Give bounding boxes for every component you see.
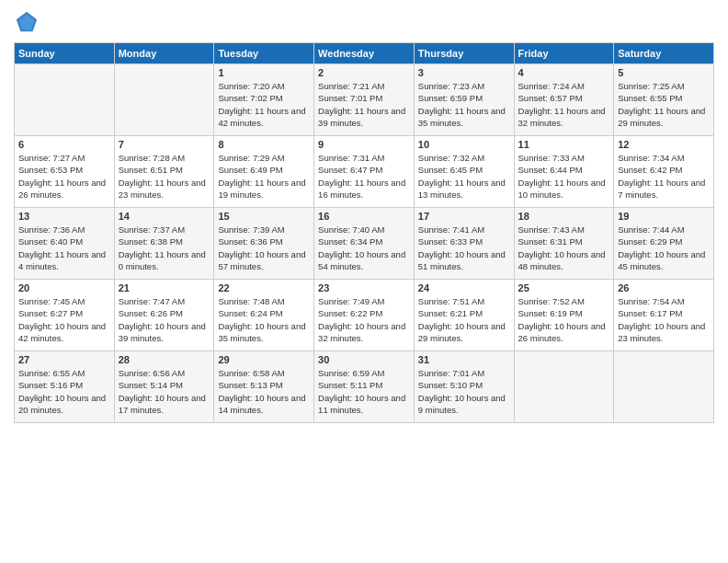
day-number: 22 bbox=[218, 282, 310, 293]
day-cell bbox=[114, 64, 214, 136]
day-number: 8 bbox=[218, 139, 310, 150]
day-cell: 8Sunrise: 7:29 AM Sunset: 6:49 PM Daylig… bbox=[214, 136, 314, 208]
day-info: Sunrise: 7:37 AM Sunset: 6:38 PM Dayligh… bbox=[119, 224, 210, 272]
day-info: Sunrise: 6:59 AM Sunset: 5:11 PM Dayligh… bbox=[318, 367, 410, 416]
day-cell: 16Sunrise: 7:40 AM Sunset: 6:34 PM Dayli… bbox=[314, 208, 415, 280]
day-number: 18 bbox=[518, 211, 610, 222]
day-info: Sunrise: 7:54 AM Sunset: 6:17 PM Dayligh… bbox=[618, 295, 710, 344]
day-info: Sunrise: 7:51 AM Sunset: 6:21 PM Dayligh… bbox=[418, 295, 510, 344]
day-info: Sunrise: 7:20 AM Sunset: 7:02 PM Dayligh… bbox=[218, 80, 310, 129]
day-cell: 3Sunrise: 7:23 AM Sunset: 6:59 PM Daylig… bbox=[414, 64, 514, 136]
day-info: Sunrise: 7:21 AM Sunset: 7:01 PM Dayligh… bbox=[318, 80, 410, 129]
day-header-monday: Monday bbox=[114, 43, 214, 64]
day-number: 29 bbox=[218, 354, 310, 365]
day-info: Sunrise: 7:40 AM Sunset: 6:34 PM Dayligh… bbox=[318, 224, 410, 272]
day-info: Sunrise: 7:36 AM Sunset: 6:40 PM Dayligh… bbox=[18, 224, 110, 272]
day-cell bbox=[614, 351, 714, 423]
day-cell: 27Sunrise: 6:55 AM Sunset: 5:16 PM Dayli… bbox=[15, 351, 115, 423]
page: SundayMondayTuesdayWednesdayThursdayFrid… bbox=[0, 0, 728, 563]
week-row-5: 27Sunrise: 6:55 AM Sunset: 5:16 PM Dayli… bbox=[15, 351, 714, 423]
day-header-saturday: Saturday bbox=[614, 43, 714, 64]
day-info: Sunrise: 7:44 AM Sunset: 6:29 PM Dayligh… bbox=[618, 224, 710, 272]
day-info: Sunrise: 7:28 AM Sunset: 6:51 PM Dayligh… bbox=[119, 152, 210, 201]
day-cell: 29Sunrise: 6:58 AM Sunset: 5:13 PM Dayli… bbox=[214, 351, 314, 423]
day-header-sunday: Sunday bbox=[15, 43, 115, 64]
week-row-2: 6Sunrise: 7:27 AM Sunset: 6:53 PM Daylig… bbox=[15, 136, 714, 208]
day-cell: 24Sunrise: 7:51 AM Sunset: 6:21 PM Dayli… bbox=[414, 280, 514, 351]
day-info: Sunrise: 7:24 AM Sunset: 6:57 PM Dayligh… bbox=[518, 80, 610, 129]
day-number: 1 bbox=[218, 67, 310, 78]
day-number: 27 bbox=[18, 354, 110, 365]
day-cell: 23Sunrise: 7:49 AM Sunset: 6:22 PM Dayli… bbox=[314, 280, 415, 351]
day-cell: 7Sunrise: 7:28 AM Sunset: 6:51 PM Daylig… bbox=[114, 136, 214, 208]
day-number: 21 bbox=[119, 282, 210, 293]
day-info: Sunrise: 7:49 AM Sunset: 6:22 PM Dayligh… bbox=[318, 295, 410, 344]
day-cell: 11Sunrise: 7:33 AM Sunset: 6:44 PM Dayli… bbox=[514, 136, 614, 208]
day-cell: 14Sunrise: 7:37 AM Sunset: 6:38 PM Dayli… bbox=[114, 208, 214, 280]
day-number: 23 bbox=[318, 282, 410, 293]
day-cell: 6Sunrise: 7:27 AM Sunset: 6:53 PM Daylig… bbox=[15, 136, 115, 208]
day-header-thursday: Thursday bbox=[414, 43, 514, 64]
day-info: Sunrise: 7:27 AM Sunset: 6:53 PM Dayligh… bbox=[18, 152, 110, 201]
day-number: 20 bbox=[18, 282, 110, 293]
day-number: 25 bbox=[518, 282, 610, 293]
week-row-3: 13Sunrise: 7:36 AM Sunset: 6:40 PM Dayli… bbox=[15, 208, 714, 280]
day-number: 16 bbox=[318, 211, 410, 222]
day-info: Sunrise: 7:32 AM Sunset: 6:45 PM Dayligh… bbox=[418, 152, 510, 201]
day-info: Sunrise: 7:43 AM Sunset: 6:31 PM Dayligh… bbox=[518, 224, 610, 272]
day-cell: 1Sunrise: 7:20 AM Sunset: 7:02 PM Daylig… bbox=[214, 64, 314, 136]
day-cell: 28Sunrise: 6:56 AM Sunset: 5:14 PM Dayli… bbox=[114, 351, 214, 423]
day-number: 17 bbox=[418, 211, 510, 222]
day-info: Sunrise: 7:29 AM Sunset: 6:49 PM Dayligh… bbox=[218, 152, 310, 201]
day-number: 14 bbox=[119, 211, 210, 222]
day-info: Sunrise: 6:55 AM Sunset: 5:16 PM Dayligh… bbox=[18, 367, 110, 416]
day-cell: 22Sunrise: 7:48 AM Sunset: 6:24 PM Dayli… bbox=[214, 280, 314, 351]
day-info: Sunrise: 7:01 AM Sunset: 5:10 PM Dayligh… bbox=[418, 367, 510, 416]
day-cell: 13Sunrise: 7:36 AM Sunset: 6:40 PM Dayli… bbox=[15, 208, 115, 280]
day-header-friday: Friday bbox=[514, 43, 614, 64]
day-cell: 26Sunrise: 7:54 AM Sunset: 6:17 PM Dayli… bbox=[614, 280, 714, 351]
day-number: 9 bbox=[318, 139, 410, 150]
day-info: Sunrise: 6:58 AM Sunset: 5:13 PM Dayligh… bbox=[218, 367, 310, 416]
day-cell: 2Sunrise: 7:21 AM Sunset: 7:01 PM Daylig… bbox=[314, 64, 415, 136]
day-number: 24 bbox=[418, 282, 510, 293]
day-cell: 5Sunrise: 7:25 AM Sunset: 6:55 PM Daylig… bbox=[614, 64, 714, 136]
day-header-tuesday: Tuesday bbox=[214, 43, 314, 64]
day-cell: 20Sunrise: 7:45 AM Sunset: 6:27 PM Dayli… bbox=[15, 280, 115, 351]
day-info: Sunrise: 7:47 AM Sunset: 6:26 PM Dayligh… bbox=[119, 295, 210, 344]
day-info: Sunrise: 7:31 AM Sunset: 6:47 PM Dayligh… bbox=[318, 152, 410, 201]
day-cell: 18Sunrise: 7:43 AM Sunset: 6:31 PM Dayli… bbox=[514, 208, 614, 280]
logo bbox=[14, 9, 43, 35]
day-number: 26 bbox=[618, 282, 710, 293]
day-info: Sunrise: 6:56 AM Sunset: 5:14 PM Dayligh… bbox=[119, 367, 210, 416]
day-number: 31 bbox=[418, 354, 510, 365]
header bbox=[14, 9, 714, 35]
day-number: 30 bbox=[318, 354, 410, 365]
day-number: 10 bbox=[418, 139, 510, 150]
day-number: 6 bbox=[18, 139, 110, 150]
day-cell: 15Sunrise: 7:39 AM Sunset: 6:36 PM Dayli… bbox=[214, 208, 314, 280]
day-cell: 31Sunrise: 7:01 AM Sunset: 5:10 PM Dayli… bbox=[414, 351, 514, 423]
day-info: Sunrise: 7:34 AM Sunset: 6:42 PM Dayligh… bbox=[618, 152, 710, 201]
day-number: 7 bbox=[119, 139, 210, 150]
calendar-table: SundayMondayTuesdayWednesdayThursdayFrid… bbox=[14, 42, 714, 423]
day-info: Sunrise: 7:23 AM Sunset: 6:59 PM Dayligh… bbox=[418, 80, 510, 129]
day-cell: 19Sunrise: 7:44 AM Sunset: 6:29 PM Dayli… bbox=[614, 208, 714, 280]
day-cell: 9Sunrise: 7:31 AM Sunset: 6:47 PM Daylig… bbox=[314, 136, 415, 208]
day-info: Sunrise: 7:25 AM Sunset: 6:55 PM Dayligh… bbox=[618, 80, 710, 129]
day-cell: 10Sunrise: 7:32 AM Sunset: 6:45 PM Dayli… bbox=[414, 136, 514, 208]
day-info: Sunrise: 7:41 AM Sunset: 6:33 PM Dayligh… bbox=[418, 224, 510, 272]
day-cell: 17Sunrise: 7:41 AM Sunset: 6:33 PM Dayli… bbox=[414, 208, 514, 280]
day-header-wednesday: Wednesday bbox=[314, 43, 415, 64]
day-number: 4 bbox=[518, 67, 610, 78]
day-cell bbox=[514, 351, 614, 423]
week-row-1: 1Sunrise: 7:20 AM Sunset: 7:02 PM Daylig… bbox=[15, 64, 714, 136]
day-cell: 25Sunrise: 7:52 AM Sunset: 6:19 PM Dayli… bbox=[514, 280, 614, 351]
day-info: Sunrise: 7:52 AM Sunset: 6:19 PM Dayligh… bbox=[518, 295, 610, 344]
day-number: 3 bbox=[418, 67, 510, 78]
week-row-4: 20Sunrise: 7:45 AM Sunset: 6:27 PM Dayli… bbox=[15, 280, 714, 351]
day-cell: 21Sunrise: 7:47 AM Sunset: 6:26 PM Dayli… bbox=[114, 280, 214, 351]
day-number: 2 bbox=[318, 67, 410, 78]
day-info: Sunrise: 7:33 AM Sunset: 6:44 PM Dayligh… bbox=[518, 152, 610, 201]
day-info: Sunrise: 7:45 AM Sunset: 6:27 PM Dayligh… bbox=[18, 295, 110, 344]
